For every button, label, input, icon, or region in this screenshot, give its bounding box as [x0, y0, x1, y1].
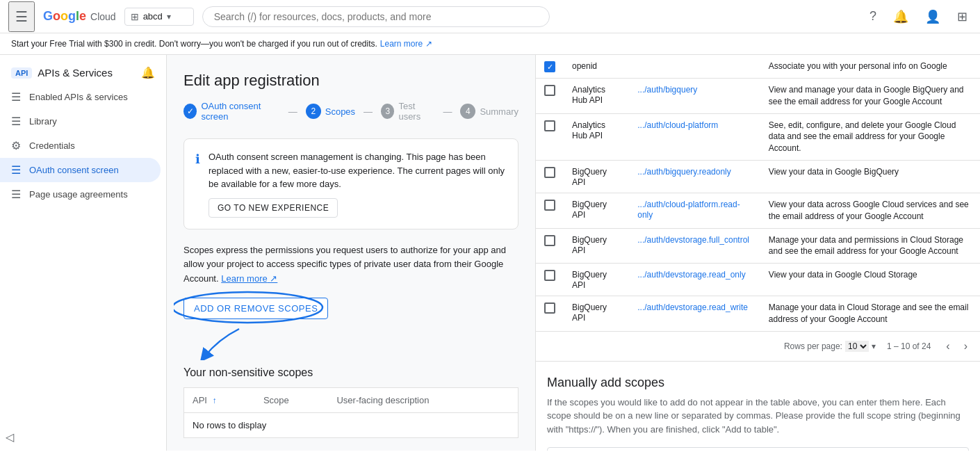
sidebar-item-library[interactable]: ☰ Library	[0, 109, 161, 134]
menu-button[interactable]: ☰	[8, 1, 35, 32]
add-scopes-wrapper: ADD OR REMOVE SCOPES	[183, 298, 328, 319]
scope-path-value: .../auth/cloud-platform.read-only	[637, 200, 740, 220]
enabled-apis-icon: ☰	[11, 90, 21, 104]
scope-desc-cell: View your data across Google Cloud servi…	[760, 193, 980, 228]
scope-checkbox[interactable]	[544, 200, 555, 211]
notifications-button[interactable]: 🔔	[889, 5, 913, 29]
step-circle-scopes: 2	[306, 104, 321, 119]
scope-desc-cell: Associate you with your personal info on…	[760, 55, 980, 79]
sidebar-item-enabled-apis[interactable]: ☰ Enabled APIs & services	[0, 85, 161, 109]
scope-api-cell: Analytics Hub API	[564, 79, 629, 114]
info-box: ℹ OAuth consent screen management is cha…	[183, 138, 518, 229]
scope-description: Associate you with your personal info on…	[769, 61, 947, 71]
rows-per-page-select[interactable]: 10 25 50	[845, 341, 869, 352]
scope-checkbox-cell	[536, 79, 564, 114]
scope-checkbox[interactable]	[544, 270, 555, 281]
manually-add-description: If the scopes you would like to add do n…	[547, 396, 969, 437]
info-content: OAuth consent screen management is chang…	[209, 150, 507, 218]
scope-checkbox[interactable]	[544, 120, 555, 131]
scope-checkbox[interactable]: ✓	[544, 61, 555, 72]
scopes-picker-table: ✓ openid Associate you with your persona…	[536, 55, 980, 331]
help-button[interactable]: ?	[865, 5, 881, 28]
sidebar-item-page-usage[interactable]: ☰ Page usage agreements	[0, 182, 161, 207]
right-panel: ✓ openid Associate you with your persona…	[535, 55, 980, 451]
step-summary: 4 Summary	[460, 104, 518, 119]
col-desc: User-facing description	[328, 387, 518, 412]
account-button[interactable]: 👤	[921, 5, 945, 29]
scopes-table-row: BigQuery API .../auth/cloud-platform.rea…	[536, 193, 980, 228]
scope-api-name: BigQuery API	[572, 167, 607, 187]
scope-desc-cell: View your data in Google Cloud Storage	[760, 264, 980, 296]
manually-add-input[interactable]	[547, 447, 969, 451]
scope-checkbox[interactable]	[544, 302, 555, 314]
search-input[interactable]	[202, 6, 550, 27]
step-label-scopes: Scopes	[325, 106, 355, 117]
scope-checkbox-cell	[536, 113, 564, 160]
scope-description: View your data in Google Cloud Storage	[769, 270, 917, 280]
scope-path-value: .../auth/cloud-platform	[637, 120, 718, 130]
apps-button[interactable]: ⊞	[953, 5, 972, 29]
sidebar-title: APIs & Services	[38, 67, 113, 79]
scope-checkbox-cell	[536, 160, 564, 193]
scope-checkbox[interactable]	[544, 85, 555, 96]
sidebar-collapse-button[interactable]: ◁	[6, 430, 14, 444]
dropdown-arrow-icon: ▾	[167, 12, 171, 22]
scope-checkbox[interactable]	[544, 235, 555, 246]
manually-add-section: Manually add scopes If the scopes you wo…	[536, 361, 980, 451]
scope-api-cell: Analytics Hub API	[564, 113, 629, 160]
scope-path-value: .../auth/bigquery	[637, 85, 697, 95]
scope-api-cell: BigQuery API	[564, 296, 629, 331]
scope-path-cell: .../auth/devstorage.full_control	[629, 228, 760, 264]
scope-description: View your data in Google BigQuery	[769, 167, 899, 177]
scope-path-cell: .../auth/cloud-platform	[629, 113, 760, 160]
learn-more-link[interactable]: Learn more ↗	[221, 273, 277, 284]
no-rows-text: No rows to display	[184, 412, 518, 437]
next-page-button[interactable]: ›	[960, 339, 972, 354]
learn-more-link[interactable]: Learn more ↗	[380, 39, 432, 49]
sidebar-item-label: Page usage agreements	[29, 189, 128, 200]
scope-path-cell: .../auth/bigquery.readonly	[629, 160, 760, 193]
step-test-users: 3 Test users	[381, 101, 434, 122]
project-selector[interactable]: ⊞ abcd ▾	[124, 8, 194, 26]
scope-path-cell	[629, 55, 760, 79]
topbar-right: ? 🔔 👤 ⊞	[865, 5, 972, 29]
google-cloud-logo[interactable]: Google Cloud	[43, 9, 116, 24]
oauth-icon: ☰	[11, 163, 21, 177]
scope-path-cell: .../auth/bigquery	[629, 79, 760, 114]
pagination: Rows per page: 10 25 50 ▾ 1 – 10 of 24 ‹…	[536, 331, 980, 361]
sidebar-item-label: Library	[29, 116, 57, 127]
check-mark: ✓	[547, 63, 553, 72]
scope-api-name: BigQuery API	[572, 302, 607, 323]
scopes-table-row: ✓ openid Associate you with your persona…	[536, 55, 980, 79]
sidebar-item-oauth[interactable]: ☰ OAuth consent screen	[0, 158, 161, 182]
step-divider-3: —	[443, 106, 452, 117]
prev-page-button[interactable]: ‹	[942, 339, 954, 354]
sidebar-item-credentials[interactable]: ⚙ Credentials	[0, 134, 161, 158]
scopes-table-row: BigQuery API .../auth/devstorage.full_co…	[536, 228, 980, 264]
scopes-table-row: BigQuery API .../auth/devstorage.read_wr…	[536, 296, 980, 331]
scope-desc-cell: Manage your data in Cloud Storage and se…	[760, 296, 980, 331]
scopes-table-row: BigQuery API .../auth/devstorage.read_on…	[536, 264, 980, 296]
step-oauth-consent: ✓ OAuth consent screen	[183, 101, 280, 122]
scope-desc-cell: View and manage your data in Google BigQ…	[760, 79, 980, 114]
scope-checkbox-cell	[536, 193, 564, 228]
scope-checkbox-cell: ✓	[536, 55, 564, 79]
step-circle-test: 3	[381, 104, 394, 119]
project-name: abcd	[143, 11, 163, 22]
step-label-test: Test users	[398, 101, 434, 122]
sort-icon[interactable]: ↑	[213, 396, 217, 405]
scopes-table-row: Analytics Hub API .../auth/bigquery View…	[536, 79, 980, 114]
scope-api-name: openid	[572, 61, 597, 71]
scope-path-cell: .../auth/devstorage.read_write	[629, 296, 760, 331]
non-sensitive-title: Your non-sensitive scopes	[183, 366, 518, 379]
sidebar-item-label: OAuth consent screen	[29, 165, 119, 175]
non-sensitive-section: Your non-sensitive scopes API ↑ Scope Us…	[183, 366, 518, 438]
scope-checkbox[interactable]	[544, 167, 555, 178]
scope-api-cell: BigQuery API	[564, 228, 629, 264]
scopes-description: Scopes express the permissions you reque…	[183, 243, 518, 286]
go-to-new-experience-button[interactable]: GO TO NEW EXPERIENCE	[209, 198, 338, 218]
step-label-oauth: OAuth consent screen	[201, 101, 279, 122]
scope-api-name: BigQuery API	[572, 235, 607, 255]
add-or-remove-scopes-button[interactable]: ADD OR REMOVE SCOPES	[183, 298, 328, 319]
scope-api-name: Analytics Hub API	[572, 120, 605, 140]
